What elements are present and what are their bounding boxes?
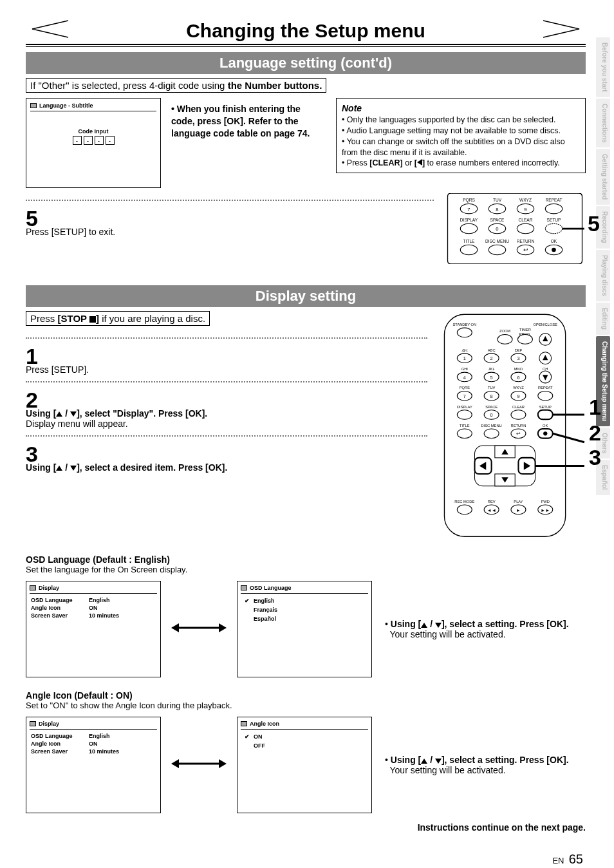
side-tab-before: Before you start — [596, 37, 610, 97]
svg-text:WXYZ: WXYZ — [513, 386, 524, 390]
page-footer: EN 65 — [26, 833, 586, 867]
double-arrow-icon — [170, 620, 228, 639]
down-arrow-icon — [70, 411, 77, 417]
svg-text:ZOOM: ZOOM — [499, 329, 510, 333]
svg-text:7: 7 — [463, 393, 466, 399]
svg-text:◄◄: ◄◄ — [487, 507, 496, 513]
svg-text:DISPLAY: DISPLAY — [460, 218, 478, 222]
down-arrow-icon — [70, 466, 77, 471]
note-box: Note • Only the languages supported by t… — [336, 98, 586, 173]
check-icon: ✔ — [245, 598, 251, 604]
down-arrow-icon — [435, 759, 442, 764]
svg-text:7: 7 — [467, 207, 470, 212]
svg-point-19 — [545, 223, 562, 233]
code-input-field: ---- — [33, 136, 154, 145]
callout-2: 2 — [589, 422, 601, 444]
up-arrow-icon — [421, 759, 427, 764]
side-tab-playing: Playing discs — [596, 250, 610, 301]
display-menu-box-2: Display OSD LanguageEnglish Angle IconON… — [26, 717, 161, 813]
osd-code-input-box: Language - Subtitle Code Input ---- — [26, 98, 161, 188]
step-3-text: Using [ / ], select a desired item. Pres… — [26, 462, 427, 473]
svg-point-111 — [457, 505, 472, 514]
svg-text:FWD: FWD — [541, 500, 550, 504]
step-5-number: 5 — [26, 207, 115, 229]
svg-point-34 — [457, 328, 472, 337]
svg-text:↩: ↩ — [523, 247, 528, 253]
svg-text:►: ► — [516, 507, 521, 513]
svg-text:MNO: MNO — [514, 367, 523, 371]
svg-text:PQRS: PQRS — [463, 198, 475, 203]
svg-text:SPACE: SPACE — [485, 405, 498, 409]
svg-point-25 — [460, 245, 477, 254]
svg-point-15 — [460, 223, 477, 233]
svg-text:GHI: GHI — [461, 367, 469, 371]
osd-language-desc: Set the language for the On Screen displ… — [26, 565, 586, 574]
svg-text:REV: REV — [488, 500, 496, 504]
step-5-text: Press [SETUP] to exit. — [26, 227, 115, 237]
svg-marker-123 — [219, 759, 227, 768]
svg-point-18 — [517, 223, 534, 233]
svg-text:TUV: TUV — [488, 386, 496, 390]
svg-text:CLEAR: CLEAR — [519, 218, 533, 222]
title-chevron-right-icon — [537, 19, 586, 42]
step-2-number: 2 — [26, 389, 427, 411]
up-arrow-icon — [421, 623, 427, 628]
svg-rect-84 — [538, 410, 553, 420]
when-finish-text: • When you finish entering the code, pre… — [171, 98, 326, 140]
svg-text:.@/:: .@/: — [461, 348, 469, 352]
svg-point-10 — [545, 204, 562, 214]
callout-3: 3 — [589, 446, 601, 468]
svg-marker-122 — [171, 759, 179, 768]
svg-text:CH: CH — [543, 367, 548, 371]
svg-point-95 — [543, 431, 547, 435]
svg-text:1: 1 — [463, 355, 466, 361]
svg-text:PLAY: PLAY — [514, 500, 523, 504]
svg-text:OPEN/CLOSE: OPEN/CLOSE — [534, 323, 557, 326]
svg-text:REPEAT: REPEAT — [546, 198, 563, 202]
side-tab-editing: Editing — [596, 303, 610, 335]
svg-text:6: 6 — [517, 375, 519, 381]
svg-text:2: 2 — [490, 355, 493, 361]
svg-point-91 — [484, 429, 499, 439]
svg-text:RETURN: RETURN — [511, 424, 526, 428]
svg-text:DISC MENU: DISC MENU — [485, 239, 509, 243]
svg-text:DEF: DEF — [515, 348, 523, 352]
svg-text:TITLE: TITLE — [463, 239, 476, 243]
select-setting-text-2: • Using [ / ], select a setting. Press [… — [381, 755, 586, 775]
up-arrow-icon — [56, 466, 62, 471]
up-arrow-icon — [56, 411, 62, 417]
svg-point-26 — [488, 245, 505, 254]
svg-text:TIMER: TIMER — [519, 328, 531, 332]
continue-text: Instructions continue on the next page. — [26, 822, 586, 833]
svg-text:OK: OK — [543, 424, 548, 428]
angle-icon-heading: Angle Icon (Default : ON) — [26, 690, 586, 701]
svg-point-90 — [457, 429, 472, 439]
svg-text:►►: ►► — [541, 507, 550, 513]
callout-1: 1 — [589, 396, 601, 418]
svg-text:RETURN: RETURN — [517, 239, 535, 243]
svg-point-83 — [511, 410, 526, 420]
svg-text:0: 0 — [490, 412, 493, 418]
side-tab-connections: Connections — [596, 99, 610, 148]
svg-text:↩: ↩ — [516, 430, 521, 437]
svg-text:5: 5 — [490, 375, 493, 381]
code-input-label: Code Input — [33, 128, 154, 135]
svg-text:DISPLAY: DISPLAY — [457, 405, 472, 409]
stop-icon — [89, 316, 96, 323]
svg-text:JKL: JKL — [488, 367, 495, 371]
svg-text:9: 9 — [517, 393, 519, 399]
svg-text:ABC: ABC — [488, 348, 496, 352]
svg-text:WXYZ: WXYZ — [519, 198, 532, 202]
remote-fragment-step5: PQRS TUV WXYZ REPEAT 7 8 9 DISPLAY SPACE… — [444, 193, 586, 266]
check-icon: ✔ — [245, 733, 251, 740]
svg-text:4: 4 — [463, 375, 466, 381]
svg-point-80 — [457, 410, 472, 420]
svg-marker-119 — [171, 623, 179, 632]
double-arrow-icon — [170, 756, 228, 775]
svg-point-75 — [538, 391, 553, 401]
svg-text:TITLE: TITLE — [460, 424, 470, 428]
svg-text:SETUP: SETUP — [547, 218, 562, 222]
section-band-language: Language setting (cont'd) — [26, 52, 586, 74]
step-2-text: Using [ / ], select "Display". Press [OK… — [26, 408, 427, 429]
svg-text:SPACE: SPACE — [490, 218, 505, 222]
